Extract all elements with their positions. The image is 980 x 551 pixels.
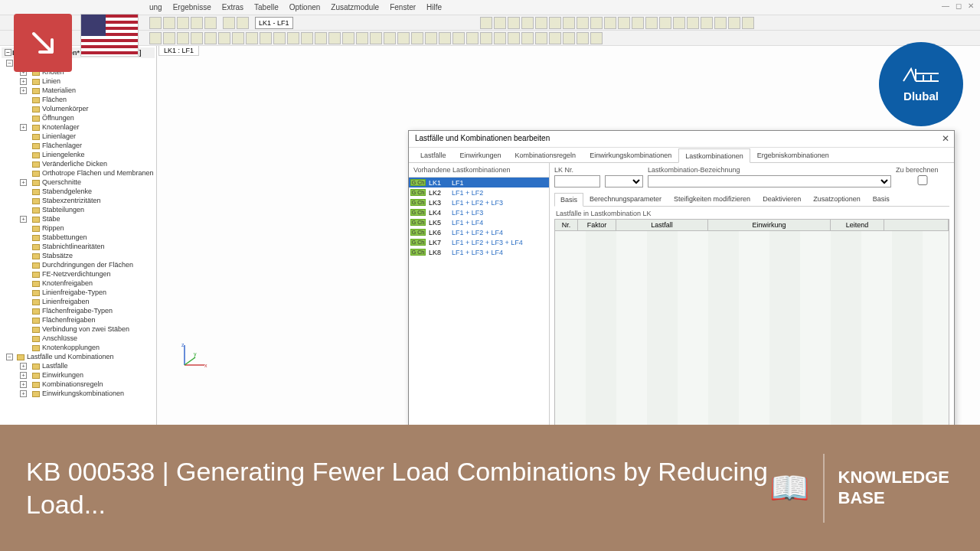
toolbar-button[interactable] <box>163 17 175 29</box>
tree-item[interactable]: Veränderliche Dicken <box>2 159 155 168</box>
toolbar-button[interactable] <box>370 32 382 44</box>
tree-item[interactable]: FE-Netzverdichtungen <box>2 269 155 279</box>
toolbar-button[interactable] <box>577 32 589 44</box>
sub-tab[interactable]: Berechnungsparameter <box>583 192 668 206</box>
tree-item[interactable]: +Stäbe <box>2 214 155 223</box>
tree-item[interactable]: +Knotenlager <box>2 122 155 132</box>
toolbar-button[interactable] <box>232 32 244 44</box>
tree-item[interactable]: Stabnichtlinearitäten <box>2 242 155 251</box>
toolbar-button[interactable] <box>673 17 685 29</box>
tree-item[interactable]: Linienfreigabe-Typen <box>2 288 155 297</box>
menu-item[interactable]: Extras <box>222 3 243 11</box>
toolbar-button[interactable] <box>237 17 249 29</box>
combination-row[interactable]: G ChLK8LF1 + LF3 + LF4 <box>409 247 549 257</box>
toolbar-button[interactable] <box>218 32 230 44</box>
toolbar-button[interactable] <box>659 17 671 29</box>
tree-item[interactable]: Stabendgelenke <box>2 187 155 196</box>
tree-item[interactable]: +Einwirkungen <box>2 370 155 380</box>
toolbar-button[interactable] <box>356 32 368 44</box>
toolbar-button[interactable] <box>508 32 520 44</box>
tree-group[interactable]: −Lastfälle und Kombinationen <box>2 352 155 361</box>
toolbar-button[interactable] <box>246 32 258 44</box>
toolbar-button[interactable] <box>177 32 189 44</box>
dialog-tab[interactable]: Lastkombinationen <box>678 148 750 163</box>
toolbar-button[interactable] <box>563 32 575 44</box>
dialog-tab[interactable]: Kombinationsregeln <box>508 148 583 162</box>
toolbar-button[interactable] <box>480 17 492 29</box>
toolbar-button[interactable] <box>508 17 520 29</box>
tree-item[interactable]: Öffnungen <box>2 113 155 122</box>
combination-row[interactable]: G ChLK6LF1 + LF2 + LF4 <box>409 227 549 237</box>
toolbar-button[interactable] <box>149 32 162 44</box>
toolbar-button[interactable] <box>342 32 354 44</box>
toolbar-button[interactable] <box>645 17 658 29</box>
combination-row[interactable]: G ChLK2LF1 + LF2 <box>409 187 549 197</box>
tree-item[interactable]: Knotenkopplungen <box>2 343 155 352</box>
type-select[interactable] <box>605 175 643 187</box>
close-icon[interactable]: ✕ <box>942 133 949 144</box>
tree-item[interactable]: Anschlüsse <box>2 334 155 343</box>
tree-item[interactable]: Stabsätze <box>2 251 155 260</box>
toolbar-button[interactable] <box>618 17 630 29</box>
toolbar-button[interactable] <box>397 32 410 44</box>
dialog-tab[interactable]: Einwirkungen <box>453 148 508 162</box>
toolbar-button[interactable] <box>177 17 189 29</box>
toolbar-button[interactable] <box>439 32 451 44</box>
sub-tab[interactable]: Basis <box>554 193 583 207</box>
tree-item[interactable]: Stabbettungen <box>2 233 155 242</box>
navigator-tree[interactable]: −Lastfälle reduzieren* [Dlubal Examples]… <box>0 46 157 425</box>
sub-tab[interactable]: Steifigkeiten modifizieren <box>668 192 756 206</box>
tree-item[interactable]: Linienfreigaben <box>2 297 155 306</box>
tree-item[interactable]: +Querschnitte <box>2 178 155 187</box>
toolbar-button[interactable] <box>301 32 313 44</box>
toolbar-button[interactable] <box>411 32 423 44</box>
toolbar-button[interactable] <box>315 32 327 44</box>
toolbar-button[interactable] <box>163 32 175 44</box>
loadcase-combo[interactable]: LK1 - LF1 <box>255 17 293 29</box>
toolbar-button[interactable] <box>563 17 575 29</box>
toolbar-button[interactable] <box>549 32 561 44</box>
tree-item[interactable]: Verbindung von zwei Stäben <box>2 324 155 334</box>
tree-item[interactable]: Orthotrope Flächen und Membranen <box>2 168 155 178</box>
toolbar-button[interactable] <box>742 17 754 29</box>
toolbar-button[interactable] <box>535 32 547 44</box>
tree-item[interactable]: Flächenlager <box>2 141 155 150</box>
menu-item[interactable]: Fenster <box>390 3 416 11</box>
tree-item[interactable]: Linienlager <box>2 132 155 141</box>
toolbar-button[interactable] <box>521 32 534 44</box>
tree-item[interactable]: Stabteilungen <box>2 205 155 214</box>
menu-item[interactable]: Optionen <box>289 3 321 11</box>
menu-item[interactable]: Zusatzmodule <box>331 3 379 11</box>
tree-item[interactable]: +Einwirkungskombinationen <box>2 389 155 398</box>
toolbar-button[interactable] <box>590 17 603 29</box>
toolbar-button[interactable] <box>223 17 235 29</box>
combination-row[interactable]: G ChLK4LF1 + LF3 <box>409 207 549 217</box>
close-icon[interactable]: ✕ <box>968 2 974 10</box>
tree-item[interactable]: Liniengelenke <box>2 150 155 159</box>
toolbar-button[interactable] <box>328 32 341 44</box>
model-viewport[interactable]: LK1 : LF1 z x y Lastfälle und Kombinatio… <box>157 46 980 425</box>
tree-item[interactable]: Stabexzentrizitäten <box>2 196 155 205</box>
toolbar-button[interactable] <box>577 17 589 29</box>
toolbar-button[interactable] <box>701 17 713 29</box>
menu-item[interactable]: Hilfe <box>426 3 442 11</box>
toolbar-button[interactable] <box>204 17 217 29</box>
toolbar-button[interactable] <box>549 17 561 29</box>
menu-item[interactable]: ung <box>149 3 162 11</box>
tree-item[interactable]: Rippen <box>2 223 155 233</box>
toolbar-button[interactable] <box>452 32 465 44</box>
combination-row[interactable]: G ChLK1LF1 <box>409 178 549 187</box>
toolbar-button[interactable] <box>535 17 547 29</box>
maximize-icon[interactable]: ◻ <box>956 2 962 10</box>
tree-item[interactable]: Flächenfreigaben <box>2 315 155 324</box>
loadcase-grid[interactable]: Nr.FaktorLastfallEinwirkungLeitend <box>554 219 949 431</box>
dialog-tab[interactable]: Ergebniskombinationen <box>750 148 836 162</box>
minimize-icon[interactable]: — <box>942 2 949 10</box>
tree-item[interactable]: Knotenfreigaben <box>2 279 155 288</box>
toolbar-button[interactable] <box>384 32 396 44</box>
menu-item[interactable]: Ergebnisse <box>173 3 211 11</box>
grid-column-header[interactable]: Einwirkung <box>708 220 831 230</box>
toolbar-button[interactable] <box>687 17 699 29</box>
menu-item[interactable]: Tabelle <box>254 3 279 11</box>
tree-item[interactable]: Flächen <box>2 95 155 104</box>
